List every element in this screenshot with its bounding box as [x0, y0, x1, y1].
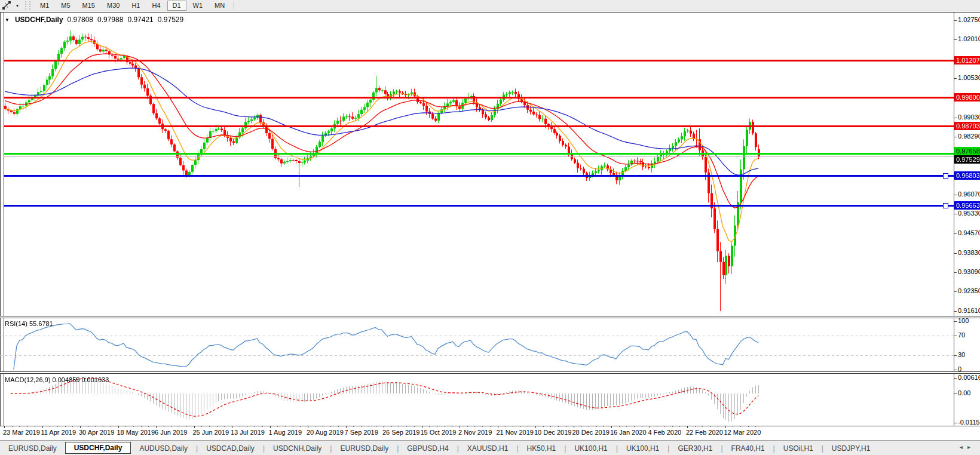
price-tick-mark [954, 233, 957, 234]
rsi-indicator-canvas[interactable] [0, 318, 954, 371]
timeframe-button-m1[interactable]: M1 [35, 1, 54, 11]
timeframe-button-m30[interactable]: M30 [102, 1, 125, 11]
pane-splitter-rsi[interactable] [0, 316, 980, 318]
price-badge-pivot-green: 0.97658 [954, 147, 980, 155]
level-line-resistance-2[interactable] [4, 97, 954, 99]
price-tick-label: 0.91610 [958, 307, 980, 314]
trading-platform-window: ▾ M1M5M15M30H1H4D1W1MN ▼ USDCHF,Daily 0.… [0, 0, 980, 455]
date-label: 23 Mar 2019 [3, 429, 40, 436]
chart-tab-uk100-h1[interactable]: UK100,H1 [618, 443, 667, 454]
date-label: 22 Feb 2020 [686, 429, 723, 436]
date-label: 2 Nov 2019 [458, 429, 492, 436]
chart-tab-usdcad-daily[interactable]: USDCAD,Daily [198, 443, 263, 454]
chart-tab-usdjpy-h1[interactable]: USDJPY,H1 [823, 443, 878, 454]
chart-tab-ger30-h1[interactable]: GER30,H1 [669, 443, 721, 454]
rsi-tick-mark [954, 370, 957, 370]
rsi-tick-mark [954, 321, 957, 322]
macd-label: MACD(12,26,9) 0.004859 0.001633 [5, 376, 109, 383]
toolbar-drag-handle[interactable] [25, 1, 30, 10]
date-label: 11 Apr 2019 [41, 429, 76, 436]
chart-symbol-label: USDCHF,Daily [15, 16, 63, 24]
chart-collapse-icon[interactable]: ▼ [5, 17, 10, 23]
level-line-pivot-green[interactable] [4, 153, 954, 155]
level-line-resistance-3[interactable] [4, 125, 954, 127]
price-badge-resistance-3: 0.98703 [954, 122, 980, 130]
price-tick-mark [954, 214, 957, 214]
date-label: 12 Mar 2020 [724, 429, 761, 436]
price-tick-mark [954, 195, 957, 195]
chart-tab-eurusd-daily[interactable]: EURUSD,Daily [332, 443, 397, 454]
date-label: 7 Sep 2019 [345, 429, 378, 436]
toolbar-separator [233, 1, 234, 10]
macd-axis-label: -0.011531 [958, 419, 980, 426]
macd-axis-label: 0.006167 [958, 374, 980, 381]
price-tick-mark [954, 118, 957, 118]
chart-tab-eurusd-daily[interactable]: EURUSD,Daily [0, 443, 65, 454]
date-label: 13 Jul 2019 [231, 429, 265, 436]
chart-tab-gbpusd-h4[interactable]: GBPUSD,H4 [399, 443, 457, 454]
timeframe-button-h4[interactable]: H4 [146, 1, 166, 11]
price-badge-current-price: 0.97529 [954, 155, 980, 164]
chart-tab-bar: EURUSD,DailyUSDCHF,DailyAUDUSD,Daily|USD… [0, 440, 980, 455]
date-label: 6 Jun 2019 [155, 429, 187, 436]
chart-tab-audusd-daily[interactable]: AUDUSD,Daily [131, 443, 196, 454]
timeframe-button-mn[interactable]: MN [209, 1, 230, 11]
rsi-tick-mark [954, 355, 957, 356]
price-tick-label: 0.94570 [958, 229, 980, 236]
level-line-handle[interactable] [943, 203, 948, 208]
tools-dropdown-caret-icon[interactable]: ▾ [13, 3, 22, 8]
ohlc-low: 0.97421 [127, 16, 153, 24]
price-chart-canvas[interactable] [0, 13, 954, 316]
timeframe-button-m15[interactable]: M15 [77, 1, 100, 11]
chart-tab-uk100-h1[interactable]: UK100,H1 [566, 443, 615, 454]
chart-tab-usdchf-daily[interactable]: USDCHF,Daily [65, 442, 131, 454]
timeframe-button-w1[interactable]: W1 [188, 1, 209, 11]
level-line-support-1[interactable] [4, 175, 954, 177]
chart-tab-hk50-h1[interactable]: HK50,H1 [519, 443, 565, 454]
drawing-tools-icon[interactable] [0, 1, 13, 10]
timeframe-toolbar: ▾ M1M5M15M30H1H4D1W1MN [0, 0, 980, 11]
ohlc-open: 0.97808 [68, 16, 93, 24]
chart-tab-usdcnh-daily[interactable]: USDCNH,Daily [265, 443, 330, 454]
tab-scroll-arrows[interactable]: ◂▸ [960, 444, 975, 450]
price-tick-mark [954, 137, 957, 137]
date-label: 10 Dec 2019 [534, 429, 571, 436]
date-label: 30 Apr 2019 [79, 429, 114, 436]
date-label: 26 Sep 2019 [382, 429, 419, 436]
price-tick-label: 1.00530 [958, 74, 980, 81]
price-tick-mark [954, 272, 957, 273]
date-label: 1 Aug 2019 [269, 429, 302, 436]
rsi-axis-label: 30 [958, 351, 965, 358]
pane-splitter-macd[interactable] [0, 371, 980, 374]
price-tick-mark [954, 78, 957, 79]
date-label: 25 Jun 2019 [193, 429, 229, 436]
chart-tab-usoil-h1[interactable]: USOil,H1 [775, 443, 822, 454]
macd-axis-label: 0.00 [958, 389, 970, 396]
level-line-resistance-1[interactable] [4, 60, 954, 62]
price-tick-mark [954, 291, 957, 292]
price-tick-label: 0.93830 [958, 249, 980, 256]
timeframe-button-h1[interactable]: H1 [126, 1, 145, 11]
price-axis-border [954, 13, 954, 426]
timeframe-button-m5[interactable]: M5 [56, 1, 75, 11]
level-line-support-2[interactable] [4, 205, 954, 207]
date-label: 28 Dec 2019 [572, 429, 610, 436]
date-axis: 23 Mar 201911 Apr 201930 Apr 201918 May … [0, 426, 980, 440]
chart-window: ▼ USDCHF,Daily 0.97808 0.97988 0.97421 0… [0, 12, 980, 426]
ohlc-high: 0.97988 [97, 16, 123, 24]
price-tick-label: 0.96070 [958, 190, 980, 198]
chart-tab-xauusd-h1[interactable]: XAUUSD,H1 [459, 443, 517, 454]
date-label: 4 Feb 2020 [648, 429, 682, 436]
level-line-handle[interactable] [943, 173, 948, 179]
price-badge-resistance-1: 1.01207 [954, 56, 980, 64]
macd-indicator-canvas[interactable] [0, 374, 954, 426]
price-tick-label: 0.99030 [958, 113, 980, 121]
timeframe-button-d1[interactable]: D1 [167, 1, 186, 11]
rsi-label: RSI(14) 55.6781 [5, 320, 53, 327]
chart-tab-fra40-h1[interactable]: FRA40,H1 [723, 443, 773, 454]
price-tick-label: 1.02750 [958, 16, 980, 23]
level-line-current-price [4, 156, 954, 157]
rsi-axis-label: 70 [958, 331, 965, 339]
price-tick-mark [954, 311, 957, 312]
price-tick-label: 0.92350 [958, 287, 980, 294]
